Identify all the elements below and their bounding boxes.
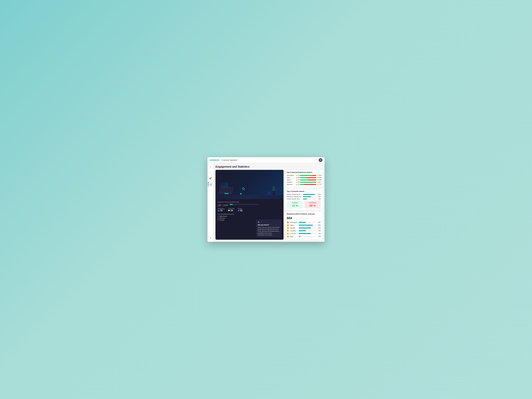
customer-intents-card: Top 3 Customer Intents Industry Trends a… <box>285 189 322 210</box>
logo: SIEMENS <box>210 159 220 161</box>
reaction-row: 😊 Happy 80% <box>287 224 321 226</box>
did-you-know-card: ☀ Did you know? Every new user journey m… <box>256 219 281 238</box>
driver-pos-pct: 👍51% <box>296 179 299 181</box>
thumbs-down-icon: 👎 <box>317 184 319 185</box>
thumbs-down-icon: 👎 <box>317 175 319 176</box>
page-title: Engagement and Statistics <box>215 165 322 168</box>
reaction-pct: 40% <box>317 222 321 223</box>
driver-neg-pct: 👎77% <box>317 184 321 185</box>
driver-pos-pct: 👍92% <box>296 181 299 183</box>
right-column: Top 5 relevant Experience Drivers Access… <box>285 170 322 240</box>
intent-name: Research Customer Ref... <box>287 196 302 197</box>
driver-neg-pct: 👎49% <box>317 179 321 181</box>
thumbs-down-icon: 👎 <box>317 177 319 178</box>
thumbs-up-icon: 👍 <box>296 181 298 183</box>
reaction-name: Satisfied <box>290 227 298 229</box>
driver-neg-pct: 👎60% <box>317 177 321 178</box>
stats-row: Contributors 👥 72 Comments 💬 <box>218 208 281 212</box>
driver-bar <box>300 179 316 180</box>
intent-pct: 20% <box>317 196 321 197</box>
sidebar-item-analytics[interactable]: 📊 <box>208 182 213 186</box>
driver-bar-green <box>300 179 308 180</box>
driver-pos-pct: 👍40% <box>296 177 299 178</box>
reaction-name: Angry <box>290 236 298 237</box>
driver-pos-pct: 👍23% <box>296 184 299 185</box>
unfulfilled-box: Unfulfilled 88 % <box>304 201 321 209</box>
region-2: 2. Germany <box>218 217 281 219</box>
help-button[interactable]: ? <box>314 158 318 162</box>
content-area: Engagement and Statistics <box>213 163 324 242</box>
thumbs-down-icon: 👎 <box>317 179 319 181</box>
driver-bar-red <box>308 179 316 180</box>
reaction-bar-fill <box>299 225 313 226</box>
reaction-row: 😄 Enthusiastic 40% <box>287 221 321 223</box>
reaction-pct: 70% <box>317 227 321 229</box>
reaction-bar-fill <box>299 236 300 237</box>
reaction-row: 😤 Frustrated 40% <box>287 230 321 232</box>
shares-icon: 🔗 <box>238 210 240 211</box>
reaction-pct: 70% <box>317 233 321 234</box>
driver-bar <box>300 175 316 176</box>
intent-bar <box>303 199 316 199</box>
reaction-name: Enthusiastic <box>290 222 298 223</box>
driver-row: Certainty 👍92% 👎8% <box>287 181 321 183</box>
sidebar: » ⌂ 🚀 📊 ℹ <box>208 163 213 242</box>
driver-neg-pct: 👎26% <box>317 175 321 176</box>
driver-bar-red <box>312 175 316 176</box>
reaction-emoji: 😕 <box>287 233 289 234</box>
main-grid: Customer Journey Goal for 2025 100 / 100… <box>215 170 322 240</box>
dyk-sun-icon: ☀ <box>258 221 280 223</box>
header: SIEMENS Customer Heartbeat ? JD <box>208 157 324 163</box>
reaction-pct: 40% <box>317 230 321 232</box>
reaction-row: 😠 Angry 10% <box>287 235 321 237</box>
reaction-bar-fill <box>299 222 306 223</box>
reactions-card: Reactions within Customer Journeys 684 😄… <box>285 211 322 240</box>
sidebar-item-launch[interactable]: 🚀 <box>208 176 213 181</box>
sidebar-item-home[interactable]: ⌂ <box>208 170 213 175</box>
reaction-bar-fill <box>299 228 311 228</box>
driver-neg-pct: 👎8% <box>317 181 321 183</box>
intent-row: Industry Trends and M... 30% <box>287 194 321 195</box>
reaction-emoji: 😊 <box>287 224 289 226</box>
intent-bar-fill <box>303 194 315 195</box>
driver-bar <box>300 177 316 178</box>
driver-bar-green <box>300 182 315 183</box>
journey-goal-number: 100 / 1000 <box>218 203 281 207</box>
reactions-list: 😄 Enthusiastic 40% 😊 Happy 80% 😐 Satisfi… <box>287 221 321 237</box>
reaction-row: 😐 Satisfied 70% <box>287 227 321 229</box>
driver-bar-red <box>307 177 316 178</box>
contributors-icon: 👥 <box>218 210 220 211</box>
comments-icon: 💬 <box>228 210 230 211</box>
sidebar-item-info[interactable]: ℹ <box>208 235 213 240</box>
driver-bar-green <box>300 175 312 176</box>
driver-bar-green <box>300 184 304 185</box>
reaction-bar-fill <box>299 233 311 234</box>
reaction-bar <box>299 225 316 226</box>
reaction-bar <box>299 236 316 237</box>
thumbs-down-icon: 👎 <box>317 181 319 183</box>
driver-row: Ease 👍40% 👎60% <box>287 177 321 178</box>
intent-bar <box>303 194 316 195</box>
sidebar-collapse-button[interactable]: » <box>209 165 212 168</box>
thumbs-up-icon: 👍 <box>296 177 298 178</box>
experience-drivers-card: Top 5 relevant Experience Drivers Access… <box>285 170 322 188</box>
app-window: SIEMENS Customer Heartbeat ? JD » ⌂ 🚀 📊 … <box>208 157 324 242</box>
intent-bar-fill <box>303 196 311 197</box>
driver-name: Speed <box>287 179 295 181</box>
comments-stat: Comments 💬 34 <box>228 208 234 212</box>
driver-row: Accessibility 👍74% 👎26% <box>287 175 321 176</box>
driver-bar-green <box>300 177 307 178</box>
driver-row: Autonomy 👍23% 👎77% <box>287 184 321 185</box>
journey-panel: Customer Journey Goal for 2025 100 / 100… <box>215 170 284 240</box>
driver-name: Certainty <box>287 181 295 183</box>
driver-name: Ease <box>287 177 295 178</box>
reaction-emoji: 😐 <box>287 227 289 229</box>
intent-bar-fill <box>303 199 307 199</box>
fulfillment-row: Fulfilled 12 % Unfulfilled 88 % <box>287 201 321 209</box>
shares-stat: Shares 🔗 51 <box>238 208 243 212</box>
avatar[interactable]: JD <box>319 158 322 162</box>
header-title: Customer Heartbeat <box>222 159 237 161</box>
driver-name: Accessibility <box>287 175 295 176</box>
thumbs-up-icon: 👍 <box>296 184 298 185</box>
reaction-bar <box>299 233 316 234</box>
